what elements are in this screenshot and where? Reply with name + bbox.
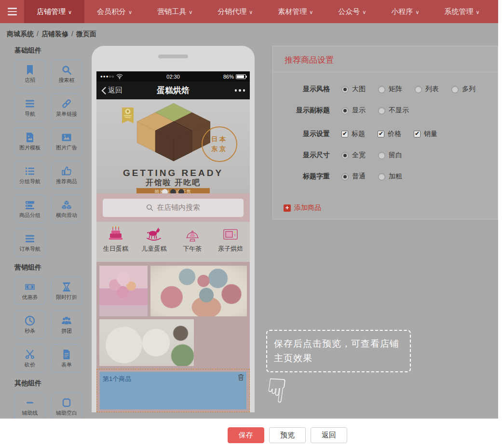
component-menu-link[interactable]: 菜单链接 <box>51 94 82 122</box>
breadcrumb-shop-decoration[interactable]: 店铺装修 <box>41 30 68 38</box>
stacked-bars-icon <box>24 199 36 211</box>
component-bargain[interactable]: 砍价 <box>14 344 45 372</box>
component-image-template[interactable]: 图片模板 <box>14 127 45 155</box>
category-family-baking[interactable]: 亲子烘焙 <box>212 226 250 253</box>
store-search-input[interactable]: 在店铺内搜索 <box>103 199 244 217</box>
component-order-nav[interactable]: 订单导航 <box>14 229 45 257</box>
component-divider-line[interactable]: 辅助线 <box>14 393 45 421</box>
component-coupon[interactable]: 1 优惠券 <box>14 277 45 305</box>
phone-statusbar: ●●●○○ 02:30 86% <box>96 71 250 81</box>
section-title-basic: 基础组件 <box>14 46 88 55</box>
component-navigation[interactable]: 导航 <box>14 94 45 122</box>
radio-big-image[interactable]: 大图 <box>341 85 366 94</box>
breadcrumb-separator: / <box>37 30 39 38</box>
shop-page-builder: 店铺管理∨ 会员积分∨ 营销工具∨ 分销代理∨ 素材管理∨ 公众号∨ 小程序∨ … <box>0 0 502 448</box>
component-shop-sign[interactable]: 店招 <box>14 60 45 88</box>
component-search-box[interactable]: 搜索框 <box>51 60 82 88</box>
thumbs-up-icon <box>61 165 72 177</box>
component-blank-space[interactable]: 辅助空白 <box>51 393 82 421</box>
file-image-icon <box>24 132 36 143</box>
setting-row-display-size: 显示尺寸 全宽 留白 <box>285 151 498 160</box>
checkbox-price[interactable]: 价格 <box>378 130 401 138</box>
component-group-nav[interactable]: 分组导航 <box>14 161 45 189</box>
nav-item-shop-management[interactable]: 店铺管理∨ <box>24 0 84 23</box>
component-group-buy[interactable]: 拼团 <box>51 311 82 339</box>
nav-item-distribution[interactable]: 分销代理∨ <box>205 0 265 23</box>
nav-item-mini-program[interactable]: 小程序∨ <box>379 0 432 23</box>
carousel-dots[interactable] <box>162 189 184 193</box>
save-button[interactable]: 保存 <box>228 427 264 443</box>
back-button[interactable]: 返回 <box>101 86 135 95</box>
radio-bold[interactable]: 加粗 <box>378 172 402 181</box>
chevron-down-icon: ∨ <box>362 9 366 15</box>
delete-component-button[interactable] <box>237 373 244 383</box>
checkbox-sales[interactable]: 销量 <box>414 130 437 138</box>
top-navbar: 店铺管理∨ 会员积分∨ 营销工具∨ 分销代理∨ 素材管理∨ 公众号∨ 小程序∨ … <box>0 0 498 23</box>
trash-icon <box>237 373 244 381</box>
search-icon <box>61 64 72 76</box>
right-gutter <box>498 0 502 448</box>
checkbox-title[interactable]: 标题 <box>341 130 365 138</box>
gallery-image-afternoon-tea[interactable] <box>99 319 194 366</box>
gallery-image-flower-cake[interactable] <box>99 266 148 316</box>
workspace: 商城系统/店铺装修/微页面 基础组件 店招 搜索框 导航 <box>0 23 498 419</box>
component-goods-group[interactable]: 商品分组 <box>14 195 45 223</box>
phone-speaker <box>158 54 188 58</box>
bars-icon <box>24 233 36 244</box>
rocking-horse-icon <box>145 226 163 243</box>
more-icon[interactable] <box>211 89 245 92</box>
japan-tokyo-stamp: 日本 东京 <box>202 126 237 162</box>
scissors-icon <box>24 349 36 360</box>
component-recommended-goods[interactable]: 推荐商品 <box>51 161 82 189</box>
gallery-image-bread[interactable] <box>197 319 247 366</box>
preview-button[interactable]: 预览 <box>269 427 306 443</box>
category-kids-cake[interactable]: 儿童蛋糕 <box>135 226 174 253</box>
component-horizontal-slide[interactable]: 横向滑动 <box>51 195 82 223</box>
gallery-image-cookies[interactable] <box>150 266 247 316</box>
tutorial-tooltip: 保存后点击预览，可查看店铺主页效果 <box>266 330 411 372</box>
document-icon <box>61 349 72 360</box>
back-chevron-icon <box>101 87 106 95</box>
nav-item-material[interactable]: 素材管理∨ <box>265 0 326 23</box>
nav-item-official-account[interactable]: 公众号∨ <box>326 0 379 23</box>
radio-hide[interactable]: 不显示 <box>378 106 409 115</box>
category-afternoon-tea[interactable]: 下午茶 <box>173 226 212 253</box>
radio-normal[interactable]: 普通 <box>341 172 366 181</box>
radio-matrix[interactable]: 矩阵 <box>378 85 402 94</box>
component-form[interactable]: 表单 <box>51 344 82 372</box>
breadcrumb-micro-page[interactable]: 微页面 <box>76 30 96 38</box>
nav-item-marketing-tools[interactable]: 营销工具∨ <box>145 0 205 23</box>
menu-icon[interactable] <box>0 0 24 23</box>
product-placeholder[interactable]: 第1个商品 <box>100 372 246 409</box>
add-product-button[interactable]: + 添加商品 <box>284 204 321 212</box>
image-gallery-component[interactable] <box>96 262 250 369</box>
battery-icon <box>236 74 246 79</box>
category-birthday-cake[interactable]: 生日蛋糕 <box>96 226 135 253</box>
component-image-ad[interactable]: 图片广告 <box>51 127 82 155</box>
component-flash-sale[interactable]: 秒杀 <box>14 311 45 339</box>
radio-padded[interactable]: 留白 <box>378 151 402 160</box>
phone-screen: ●●●○○ 02:30 86% 返回 蛋糕烘焙 <box>96 71 250 412</box>
selected-recommended-goods-component[interactable]: 第1个商品 <box>96 369 250 412</box>
bars-icon <box>24 98 36 109</box>
section-title-marketing: 营销组件 <box>14 263 88 272</box>
radio-full-width[interactable]: 全宽 <box>341 151 366 160</box>
nav-item-system[interactable]: 系统管理∨ <box>432 0 492 23</box>
list-icon <box>24 165 36 177</box>
search-component[interactable]: 在店铺内搜索 <box>96 193 250 222</box>
settings-panel: 推荐商品设置 显示风格 大图 矩阵 列表 多列 显示副标题 显示 不显示 显示设… <box>272 46 498 219</box>
nav-item-member-points[interactable]: 会员积分∨ <box>84 0 145 23</box>
return-button[interactable]: 返回 <box>311 427 347 443</box>
radio-list[interactable]: 列表 <box>415 85 439 94</box>
radio-show[interactable]: 显示 <box>341 106 366 115</box>
component-limited-discount[interactable]: 限时打折 <box>51 277 82 305</box>
breadcrumb: 商城系统/店铺装修/微页面 <box>7 30 96 39</box>
chevron-down-icon: ∨ <box>249 9 253 15</box>
plus-icon: + <box>284 204 291 212</box>
hourglass-icon <box>61 281 72 293</box>
setting-row-title-weight: 标题字重 普通 加粗 <box>285 172 498 181</box>
radio-multi-column[interactable]: 多列 <box>451 85 475 94</box>
banner-component[interactable]: 日本 东京 GETTING READY 开馆啦 开吃吧 熊抱社正式开售 <box>96 99 250 193</box>
breadcrumb-mall-system[interactable]: 商城系统 <box>7 30 34 38</box>
battery-percent: 86% <box>223 74 234 80</box>
